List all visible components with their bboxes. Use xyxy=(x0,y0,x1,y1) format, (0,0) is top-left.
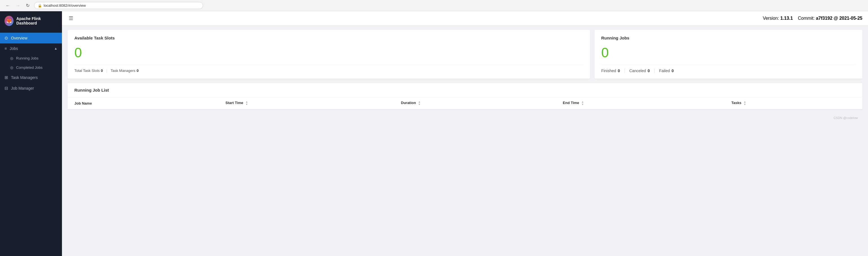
version-value: 1.13.1 xyxy=(780,16,793,21)
table-header: Job Name Start Time ▲▼ Duration ▲▼ xyxy=(68,97,862,109)
forward-button[interactable]: → xyxy=(14,3,22,9)
completed-jobs-icon: ◎ xyxy=(10,65,13,69)
task-managers-value: 0 xyxy=(136,68,138,73)
col-start-time[interactable]: Start Time ▲▼ xyxy=(219,97,394,109)
sidebar-item-completed-jobs-label: Completed Jobs xyxy=(16,65,42,69)
watermark: CSDN @codetow xyxy=(68,114,862,122)
col-tasks[interactable]: Tasks ▲▼ xyxy=(725,97,862,109)
sidebar-logo: 🦊 Apache Flink Dashboard xyxy=(0,11,62,30)
menu-toggle-button[interactable]: ☰ xyxy=(68,14,74,23)
job-manager-icon: ⊟ xyxy=(4,86,8,91)
canceled-value: 0 xyxy=(648,68,650,73)
stats-divider: | xyxy=(106,68,107,73)
main-content: ☰ Version: 1.13.1 Commit: a7f3192 @ 2021… xyxy=(62,11,868,256)
col-job-name: Job Name xyxy=(68,97,219,109)
total-task-slots-value: 0 xyxy=(101,68,103,73)
failed-value: 0 xyxy=(672,68,674,73)
failed-label: Failed xyxy=(659,68,670,73)
col-duration-label: Duration xyxy=(401,101,416,105)
sidebar-item-job-manager-label: Job Manager xyxy=(11,86,34,90)
sidebar-item-jobs-label: Jobs xyxy=(9,46,18,51)
col-job-name-label: Job Name xyxy=(74,101,92,106)
canceled-label: Canceled xyxy=(629,68,646,73)
failed-stat: Failed 0 xyxy=(654,68,678,73)
canceled-stat: Canceled 0 xyxy=(624,68,654,73)
job-list-card: Running Job List Job Name Start Time ▲▼ xyxy=(68,83,862,109)
overview-icon: ⊙ xyxy=(4,35,8,40)
sidebar-item-running-jobs[interactable]: ◎ Running Jobs xyxy=(0,54,62,63)
task-slots-value: 0 xyxy=(74,45,583,60)
total-task-slots-label: Total Task Slots xyxy=(74,68,100,73)
sidebar: 🦊 Apache Flink Dashboard ⊙ Overview ≡ Jo… xyxy=(0,11,62,256)
end-time-sort-icon: ▲▼ xyxy=(581,101,584,106)
col-end-time-label: End Time xyxy=(563,101,579,105)
job-list-title: Running Job List xyxy=(68,83,862,97)
col-end-time[interactable]: End Time ▲▼ xyxy=(556,97,724,109)
task-managers-label: Task Managers xyxy=(111,68,135,73)
finished-stat: Finished 0 xyxy=(601,68,625,73)
sidebar-item-completed-jobs[interactable]: ◎ Completed Jobs xyxy=(0,63,62,72)
app-container: 🦊 Apache Flink Dashboard ⊙ Overview ≡ Jo… xyxy=(0,11,868,256)
header-version-info: Version: 1.13.1 Commit: a7f3192 @ 2021-0… xyxy=(763,16,862,21)
sidebar-item-job-manager[interactable]: ⊟ Job Manager xyxy=(0,83,62,94)
card-divider xyxy=(74,65,583,65)
sidebar-nav: ⊙ Overview ≡ Jobs ▲ ◎ Running Jobs ◎ Com… xyxy=(0,30,62,256)
finished-value: 0 xyxy=(618,68,620,73)
running-card-divider xyxy=(601,65,856,65)
table-header-row: Job Name Start Time ▲▼ Duration ▲▼ xyxy=(68,97,862,109)
total-task-slots-stat: Total Task Slots 0 xyxy=(74,68,103,73)
running-jobs-icon: ◎ xyxy=(10,56,13,60)
running-jobs-title: Running Jobs xyxy=(601,35,856,40)
finished-label: Finished xyxy=(601,68,616,73)
logo-text: Apache Flink Dashboard xyxy=(16,16,58,25)
task-slots-title: Available Task Slots xyxy=(74,35,583,40)
sidebar-item-overview[interactable]: ⊙ Overview xyxy=(0,33,62,44)
start-time-sort-icon: ▲▼ xyxy=(245,101,248,106)
reload-button[interactable]: ↻ xyxy=(25,2,31,9)
running-jobs-stats: Finished 0 Canceled 0 Failed 0 xyxy=(601,68,856,73)
running-jobs-value: 0 xyxy=(601,45,856,60)
hamburger-icon: ☰ xyxy=(69,16,73,21)
commit-value: a7f3192 @ 2021-05-25 xyxy=(816,16,862,21)
sidebar-item-task-managers-label: Task Managers xyxy=(11,75,38,80)
back-button[interactable]: ← xyxy=(4,3,11,9)
header-bar: ☰ Version: 1.13.1 Commit: a7f3192 @ 2021… xyxy=(62,11,868,25)
version-label: Version: xyxy=(763,16,779,21)
sidebar-item-overview-label: Overview xyxy=(11,36,27,40)
sidebar-item-jobs[interactable]: ≡ Jobs ▲ xyxy=(0,44,62,54)
tasks-sort-icon: ▲▼ xyxy=(744,101,746,106)
commit-label: Commit: xyxy=(798,16,815,21)
running-jobs-card: Running Jobs 0 Finished 0 Canceled 0 xyxy=(594,30,862,79)
content-inner: Available Task Slots 0 Total Task Slots … xyxy=(62,25,868,126)
duration-sort-icon: ▲▼ xyxy=(418,101,421,106)
jobs-icon: ≡ xyxy=(4,46,7,51)
job-list-table: Job Name Start Time ▲▼ Duration ▲▼ xyxy=(68,97,862,109)
task-managers-stat: Task Managers 0 xyxy=(111,68,138,73)
cards-row: Available Task Slots 0 Total Task Slots … xyxy=(68,30,862,79)
task-slots-card: Available Task Slots 0 Total Task Slots … xyxy=(68,30,590,79)
sidebar-item-task-managers[interactable]: ⊞ Task Managers xyxy=(0,72,62,83)
sidebar-item-running-jobs-label: Running Jobs xyxy=(16,56,39,60)
col-duration[interactable]: Duration ▲▼ xyxy=(394,97,556,109)
task-slots-stats: Total Task Slots 0 | Task Managers 0 xyxy=(74,68,583,73)
browser-chrome: ← → ↻ 🔒 localhost:8082/#/overview xyxy=(0,0,868,11)
col-start-time-label: Start Time xyxy=(225,101,243,105)
col-tasks-label: Tasks xyxy=(732,101,742,105)
task-managers-icon: ⊞ xyxy=(4,75,8,80)
jobs-chevron-icon: ▲ xyxy=(54,47,58,51)
address-bar[interactable]: 🔒 localhost:8082/#/overview xyxy=(34,2,203,9)
logo-icon: 🦊 xyxy=(4,16,13,26)
lock-icon: 🔒 xyxy=(38,4,42,8)
url-text: localhost:8082/#/overview xyxy=(44,3,86,8)
